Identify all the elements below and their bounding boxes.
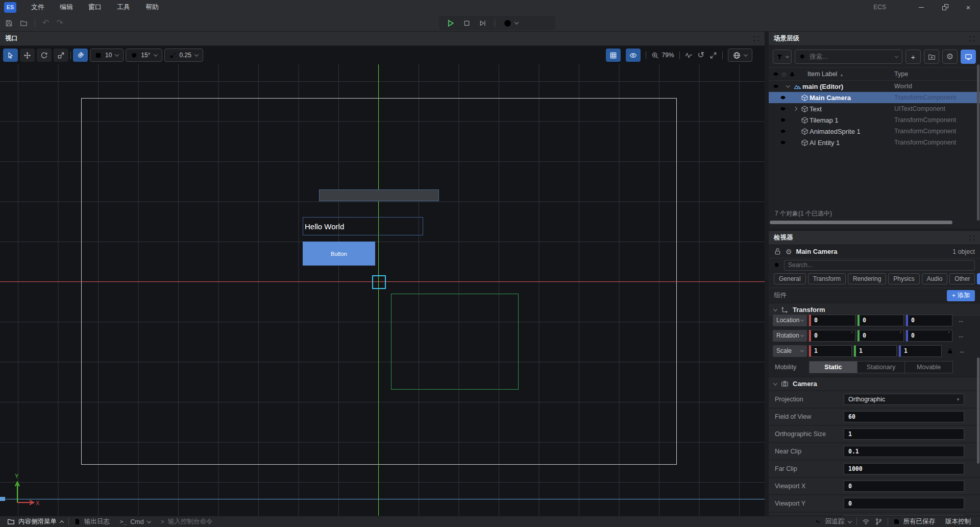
uniform-scale-lock-icon[interactable]: [947, 348, 953, 354]
hierarchy-row-tilemap[interactable]: Tilemap 1 TransformComponent: [769, 114, 980, 126]
inspector-search-input[interactable]: [788, 261, 971, 269]
rotation-y-field[interactable]: °: [857, 330, 904, 342]
text-object[interactable]: Hello World: [303, 217, 423, 235]
viewport-canvas[interactable]: Hello World Button Y X 10 15° 0.25: [0, 46, 765, 516]
select-tool-button[interactable]: [3, 49, 18, 62]
tab-physics[interactable]: Physics: [888, 273, 919, 284]
gizmo-visibility-button[interactable]: [626, 49, 641, 62]
visibility-icon[interactable]: [772, 83, 780, 89]
expand-chevron-icon[interactable]: [791, 107, 799, 110]
scale-x-field[interactable]: [809, 345, 852, 357]
rotate-tool-button[interactable]: [37, 49, 52, 62]
vertical-scrollbar[interactable]: [977, 64, 979, 221]
camera-section-header[interactable]: Camera: [769, 377, 980, 390]
location-y-field[interactable]: [857, 315, 904, 326]
reset-view-button[interactable]: ↺: [698, 51, 704, 59]
visibility-icon[interactable]: [779, 94, 787, 101]
console-command-input[interactable]: > 输入控制台命令: [156, 516, 218, 527]
world-view-dropdown[interactable]: [728, 49, 752, 62]
redo-button[interactable]: ↷: [56, 19, 63, 27]
visibility-icon[interactable]: [779, 117, 787, 123]
orthographic-size-input[interactable]: [844, 430, 964, 438]
collapse-chevron-icon[interactable]: [784, 85, 792, 88]
play-button[interactable]: [446, 19, 455, 28]
content-drawer-button[interactable]: 内容侧滑菜单: [2, 516, 68, 527]
app-logo[interactable]: ES: [4, 2, 16, 13]
scale-snap-dropdown[interactable]: 0.25: [164, 49, 203, 62]
viewport-y-input[interactable]: [844, 500, 964, 507]
field-of-view-field[interactable]: [844, 411, 964, 422]
reset-scale-icon[interactable]: ↔: [959, 347, 965, 355]
network-status-icon[interactable]: [857, 516, 875, 527]
scale-dropdown[interactable]: Scale: [773, 345, 807, 357]
mobility-movable[interactable]: Movable: [905, 362, 952, 373]
lock-column-icon[interactable]: [788, 71, 796, 77]
viewport-x-field[interactable]: [844, 481, 964, 492]
location-x-input[interactable]: [811, 317, 855, 324]
mobility-static[interactable]: Static: [810, 362, 857, 373]
rotation-dropdown[interactable]: Rotation: [773, 330, 807, 342]
source-control-branch-icon[interactable]: [875, 516, 888, 527]
menu-edit[interactable]: 编辑: [52, 0, 81, 14]
add-folder-button[interactable]: [924, 50, 939, 64]
near-clip-input[interactable]: [844, 448, 964, 455]
trace-dropdown[interactable]: 回追踪: [810, 516, 856, 527]
visibility-icon[interactable]: [779, 128, 787, 134]
object-settings-icon[interactable]: ⚙: [786, 248, 792, 255]
cmd-dropdown[interactable]: >_ Cmd: [115, 516, 156, 527]
hierarchy-column-header[interactable]: ☆ Item Label▲ Type: [769, 67, 980, 81]
far-clip-field[interactable]: [844, 463, 964, 474]
rotation-z-input[interactable]: [908, 332, 952, 339]
hierarchy-row-text[interactable]: Text UITextComponent: [769, 103, 980, 114]
move-tool-button[interactable]: [20, 49, 35, 62]
add-component-button[interactable]: +添加: [947, 290, 975, 301]
snap-tool-button[interactable]: [73, 49, 88, 62]
save-status[interactable]: 所有已保存: [888, 516, 941, 527]
menu-window[interactable]: 窗口: [81, 0, 109, 14]
menu-tools[interactable]: 工具: [109, 0, 138, 14]
run-mode-dropdown[interactable]: [503, 19, 518, 28]
viewport-x-input[interactable]: [844, 483, 964, 490]
hierarchy-row-world[interactable]: main (Editor) World: [769, 81, 980, 92]
fit-view-button[interactable]: [709, 52, 717, 59]
tab-all[interactable]: All: [977, 273, 980, 284]
close-button[interactable]: ×: [957, 0, 980, 14]
mobility-stationary[interactable]: Stationary: [857, 362, 905, 373]
eye-column-icon[interactable]: [772, 71, 780, 77]
add-entity-button[interactable]: +: [905, 50, 921, 64]
location-x-field[interactable]: [809, 315, 855, 326]
rotate-snap-dropdown[interactable]: 15°: [126, 49, 162, 62]
location-z-field[interactable]: [906, 315, 952, 326]
column-item-label[interactable]: Item Label▲: [807, 70, 843, 78]
zoom-control[interactable]: 79%: [651, 52, 674, 59]
reset-location-icon[interactable]: ↔: [958, 317, 964, 324]
panel-object[interactable]: [319, 189, 439, 201]
stop-button[interactable]: [463, 19, 471, 27]
output-log-button[interactable]: 输出日志: [69, 516, 115, 527]
hierarchy-search[interactable]: [795, 50, 902, 64]
scale-z-field[interactable]: [899, 345, 942, 357]
filter-dropdown[interactable]: [773, 50, 792, 64]
version-control-button[interactable]: 版本控制: [940, 516, 976, 527]
unlock-icon[interactable]: [774, 248, 781, 255]
column-type[interactable]: Type: [894, 70, 908, 78]
menu-file[interactable]: 文件: [23, 0, 52, 14]
minimize-button[interactable]: [910, 0, 933, 14]
vertical-scrollbar[interactable]: [977, 357, 979, 464]
grid-snap-dropdown[interactable]: 10: [90, 49, 124, 62]
horizontal-scrollbar[interactable]: [770, 221, 952, 224]
undo-button[interactable]: ↶: [42, 19, 49, 27]
location-y-input[interactable]: [860, 317, 903, 324]
scale-y-field[interactable]: [854, 345, 897, 357]
stats-button[interactable]: [685, 52, 693, 59]
button-object[interactable]: Button: [303, 242, 375, 266]
viewport-y-field[interactable]: [844, 498, 964, 509]
location-dropdown[interactable]: Location: [773, 315, 807, 326]
field-of-view-input[interactable]: [844, 413, 964, 420]
scale-tool-button[interactable]: [54, 49, 68, 62]
tab-audio[interactable]: Audio: [922, 273, 948, 284]
tab-general[interactable]: General: [774, 273, 806, 284]
maximize-button[interactable]: [933, 0, 957, 14]
grid-toggle-button[interactable]: [606, 49, 621, 62]
expand-panel-icon[interactable]: [969, 235, 975, 241]
